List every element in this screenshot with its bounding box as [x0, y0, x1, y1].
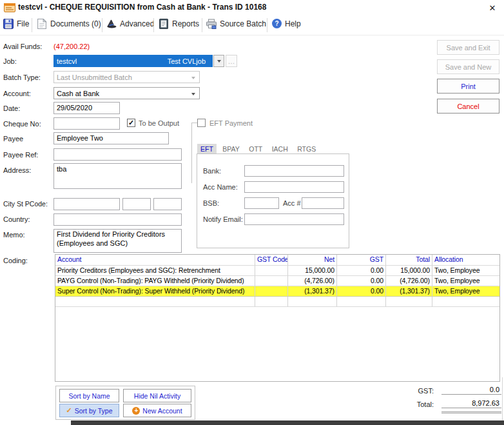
- toolbar-separator: [267, 18, 267, 32]
- window-title: testcvl - CHEQUE REQUISITION from Cash a…: [18, 3, 266, 12]
- toolbar: File Documents (0) Advanced: [0, 16, 504, 35]
- sort-by-type-button[interactable]: ✓ Sort by Type: [59, 404, 119, 417]
- cell-total: (1,301.37): [386, 286, 432, 297]
- chevron-down-icon: [191, 77, 195, 79]
- bank-input[interactable]: [244, 165, 344, 177]
- toolbar-reports-label: Reports: [172, 19, 199, 28]
- tab-rtgs[interactable]: RTGS: [294, 144, 319, 154]
- memo-input[interactable]: First Dividend for Priority Creditors (E…: [53, 229, 182, 253]
- eft-payment-checkbox[interactable]: EFT Payment: [197, 119, 253, 127]
- date-label: Date:: [3, 104, 20, 112]
- cell-account: PAYG Control (Non-Trading): PAYG Withhel…: [55, 276, 255, 286]
- column-header-net[interactable]: Net: [288, 255, 337, 266]
- cell-net: (1,301.37): [288, 286, 337, 297]
- toolbar-source-batch-label: Source Batch: [220, 19, 266, 28]
- toolbar-documents-button[interactable]: Documents (0): [37, 19, 101, 29]
- acc-num-input[interactable]: [302, 197, 344, 209]
- toolbar-help-button[interactable]: ? Help: [272, 19, 301, 28]
- close-icon[interactable]: ✕: [486, 2, 499, 14]
- eft-tab-strip: EFT BPAY OTT IACH RTGS: [197, 143, 319, 154]
- column-header-account[interactable]: Account: [55, 255, 255, 266]
- report-notebook-icon: [159, 19, 169, 29]
- hide-nil-activity-button[interactable]: Hide Nil Activity: [123, 389, 191, 402]
- avail-funds-label: Avail Funds:: [3, 43, 42, 50]
- column-header-gst[interactable]: GST: [337, 255, 386, 266]
- date-input[interactable]: 29/05/2020: [53, 102, 120, 114]
- bsb-label: BSB:: [203, 199, 219, 207]
- coding-grid: Account GST Code Net GST Total Allocatio…: [55, 254, 500, 382]
- cheque-no-input[interactable]: [53, 117, 120, 130]
- save-and-new-button[interactable]: Save and New: [437, 59, 499, 74]
- cell-gst: 0.00: [337, 286, 386, 297]
- job-dropdown-button[interactable]: [213, 55, 224, 67]
- cancel-button[interactable]: Cancel: [437, 99, 499, 114]
- payee-input[interactable]: Employee Two: [53, 132, 169, 144]
- toolbar-advanced-label: Advanced: [120, 19, 154, 28]
- to-be-output-label: To be Output: [139, 119, 179, 127]
- grand-total-label: Total:: [387, 400, 434, 408]
- cell-gst-code: [255, 276, 288, 286]
- postcode-input[interactable]: [153, 198, 182, 210]
- account-combo[interactable]: Cash at Bank: [53, 87, 200, 99]
- sort-by-name-button[interactable]: Sort by Name: [59, 389, 119, 402]
- eft-groupbox-border: [191, 123, 192, 183]
- table-row[interactable]: Priority Creditors (Employees and SGC): …: [55, 266, 499, 276]
- acc-name-input[interactable]: [244, 181, 344, 193]
- city-st-pcode-label: City St PCode:: [3, 200, 48, 208]
- check-icon: ✓: [66, 406, 72, 415]
- batch-type-label: Batch Type:: [3, 74, 41, 81]
- toolbar-separator: [102, 18, 102, 32]
- bsb-input[interactable]: [244, 197, 279, 209]
- job-combo[interactable]: testcvl Test CVLjob: [53, 55, 213, 67]
- column-header-allocation[interactable]: Allocation: [432, 255, 499, 266]
- table-row[interactable]: PAYG Control (Non-Trading): PAYG Withhel…: [55, 276, 499, 286]
- title-bar: testcvl - CHEQUE REQUISITION from Cash a…: [0, 0, 504, 15]
- job-browse-button[interactable]: …: [226, 55, 237, 67]
- tab-ott[interactable]: OTT: [246, 144, 266, 154]
- city-input[interactable]: [53, 198, 120, 210]
- toolbar-separator: [202, 18, 202, 32]
- cell-gst-code: [255, 286, 288, 297]
- chevron-down-icon: [191, 93, 195, 95]
- help-icon: ?: [272, 19, 282, 28]
- window-edge: [502, 377, 503, 420]
- cell-allocation: Two, Employee: [432, 266, 499, 276]
- cell-account: Priority Creditors (Employees and SGC): …: [55, 266, 255, 276]
- tab-iach[interactable]: IACH: [269, 144, 291, 154]
- toolbar-file-button[interactable]: File: [3, 19, 29, 29]
- cell-net: 15,000.00: [288, 266, 337, 276]
- cell-account: Super Control (Non-Trading): Super Withh…: [55, 286, 255, 297]
- cell-net: (4,726.00): [288, 276, 337, 286]
- wizard-hat-icon: [106, 19, 117, 29]
- address-input[interactable]: tba: [53, 163, 182, 189]
- payee-label: Payee: [3, 135, 23, 143]
- state-input[interactable]: [122, 198, 151, 210]
- toolbar-reports-button[interactable]: Reports: [159, 19, 199, 29]
- tab-eft[interactable]: EFT: [197, 144, 217, 154]
- new-account-button[interactable]: + New Account: [123, 404, 191, 417]
- cell-total: 15,000.00: [386, 266, 432, 276]
- toolbar-help-label: Help: [285, 19, 301, 28]
- toolbar-source-batch-button[interactable]: Source Batch: [206, 19, 266, 29]
- avail-funds-value: (47,200.22): [53, 43, 90, 50]
- country-input[interactable]: [53, 213, 182, 226]
- table-row-highlighted[interactable]: Super Control (Non-Trading): Super Withh…: [55, 286, 499, 297]
- eft-payment-label: EFT Payment: [209, 119, 253, 127]
- cheque-no-label: Cheque No:: [3, 120, 41, 128]
- payee-ref-input[interactable]: [53, 148, 182, 161]
- address-label: Address:: [3, 166, 31, 174]
- tab-bpay[interactable]: BPAY: [219, 144, 242, 154]
- print-button[interactable]: Print: [437, 79, 499, 94]
- notify-email-input[interactable]: [244, 213, 344, 225]
- batch-type-combo: Last Unsubmitted Batch: [53, 71, 200, 83]
- cell-gst: 0.00: [337, 266, 386, 276]
- toolbar-documents-label: Documents (0): [50, 19, 101, 28]
- job-code-value: testcvl: [57, 57, 77, 65]
- plus-circle-icon: +: [132, 407, 140, 415]
- column-header-gst-code[interactable]: GST Code: [255, 255, 288, 266]
- save-and-exit-button[interactable]: Save and Exit: [437, 40, 499, 55]
- column-header-total[interactable]: Total: [386, 255, 432, 266]
- cheque-app-icon: [4, 3, 15, 12]
- toolbar-advanced-button[interactable]: Advanced: [106, 19, 154, 29]
- to-be-output-checkbox[interactable]: ✓ To be Output: [127, 119, 179, 127]
